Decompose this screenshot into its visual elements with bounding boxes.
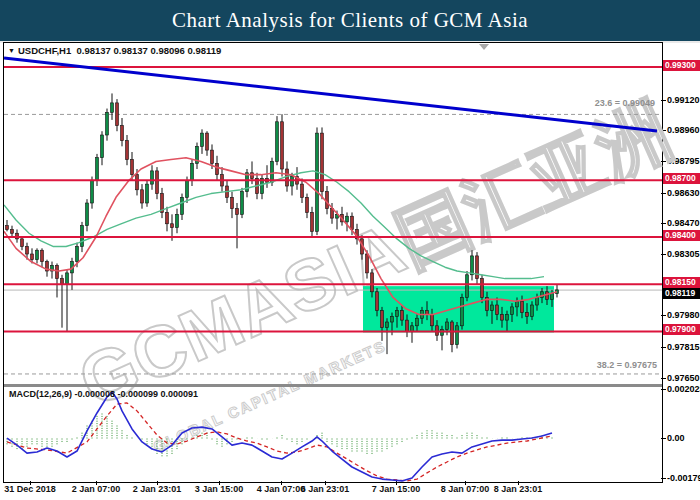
candle	[266, 165, 269, 188]
candle	[466, 271, 469, 301]
candle	[346, 212, 349, 231]
candle	[86, 199, 89, 231]
candle	[181, 194, 184, 220]
macd-indicator-chart[interactable]	[4, 387, 662, 482]
candle	[41, 248, 44, 267]
candle	[281, 114, 284, 176]
candle	[176, 209, 179, 234]
time-axis-label: 2 Jan 07:00	[61, 484, 131, 494]
candle	[36, 248, 39, 263]
candle	[196, 143, 199, 169]
price-axis-label: 0.97980	[667, 310, 700, 320]
macd-axis-label: -0.00179	[667, 473, 700, 483]
candle	[56, 263, 59, 297]
candle	[61, 275, 64, 328]
candle	[451, 320, 454, 352]
descending-trendline[interactable]	[4, 58, 657, 131]
macd-axis-label: 0.00	[667, 433, 685, 443]
candle	[341, 207, 344, 226]
time-axis-label: 31 Dec 2018	[0, 484, 65, 494]
time-axis-label: 8 Jan 23:01	[483, 484, 553, 494]
level-price-badge: 0.98150	[663, 277, 700, 288]
candle	[236, 203, 239, 248]
title-bar: Chart Analysis for Clients of GCM Asia	[0, 0, 700, 43]
candle	[306, 194, 309, 219]
symbol-ohlc-text: USDCHF,H1 0.98137 0.98137 0.98096 0.9811…	[18, 45, 221, 56]
chevron-down-icon[interactable]: ▼	[8, 47, 15, 54]
candle	[386, 318, 389, 354]
level-price-badge: 0.98400	[663, 230, 700, 241]
ma-slow-line	[4, 171, 544, 279]
candle	[231, 192, 234, 218]
mt4-chart-window: Chart Analysis for Clients of GCM Asia G…	[0, 0, 700, 500]
candle	[311, 207, 314, 237]
candle	[116, 99, 119, 131]
price-axis-label: 0.98470	[667, 218, 700, 228]
candle	[101, 131, 104, 165]
scroll-marker-icon[interactable]	[479, 44, 489, 50]
main-price-chart[interactable]	[4, 43, 662, 384]
price-axis-label: 0.99120	[667, 95, 700, 105]
macd-main-line	[7, 392, 552, 481]
candle	[66, 269, 69, 331]
time-axis-label: 3 Jan 15:00	[184, 484, 254, 494]
price-axis-label: 0.98305	[667, 249, 700, 259]
candle	[21, 237, 24, 250]
fib-level-label: 38.2 = 0.97675	[547, 360, 657, 370]
level-price-badge: 0.97900	[663, 324, 700, 335]
page-title: Chart Analysis for Clients of GCM Asia	[172, 8, 528, 33]
candle	[276, 116, 279, 165]
candle	[106, 109, 109, 141]
candle	[461, 294, 464, 330]
macd-axis-label: 0.002023	[667, 384, 700, 394]
time-axis-label: 2 Jan 23:01	[122, 484, 192, 494]
candle	[121, 118, 124, 146]
price-axis-label: 0.98630	[667, 188, 700, 198]
candle	[166, 207, 169, 232]
candle	[476, 252, 479, 284]
candle	[151, 165, 154, 190]
time-axis-label: 6 Jan 23:01	[290, 484, 360, 494]
candle	[91, 177, 94, 209]
candle	[556, 284, 559, 297]
candle	[146, 180, 149, 206]
candle	[141, 184, 144, 209]
candle	[201, 129, 204, 154]
candle	[46, 260, 49, 277]
macd-signal-line	[7, 403, 552, 481]
candle	[246, 169, 249, 197]
panel-separator[interactable]	[4, 384, 662, 387]
candle	[6, 220, 9, 231]
candle	[456, 322, 459, 348]
candle	[161, 188, 164, 218]
candle	[111, 93, 114, 119]
candle	[441, 326, 444, 351]
macd-indicator-label: MACD(12,26,9) -0.000008 -0.000099 0.0000…	[9, 389, 198, 399]
candle	[191, 160, 194, 186]
price-axis-label: 0.97815	[667, 342, 700, 352]
level-price-badge: 0.99300	[663, 60, 700, 71]
candle	[241, 188, 244, 218]
candle	[381, 307, 384, 341]
time-axis-label: 7 Jan 15:00	[361, 484, 431, 494]
chart-panel[interactable]: GCMASIA国汇亚洲 GLOBAL CAPITAL MARKETS ▼USDC…	[3, 42, 663, 483]
candle	[11, 226, 14, 237]
price-axis-label: 0.98960	[667, 125, 700, 135]
candle	[126, 135, 129, 165]
candle	[471, 250, 474, 280]
candle	[156, 167, 159, 199]
symbol-ohlc-header: ▼USDCHF,H1 0.98137 0.98137 0.98096 0.981…	[8, 45, 221, 56]
fib-level-label: 23.6 = 0.99049	[545, 98, 655, 108]
price-axis-label: 0.97650	[667, 373, 700, 383]
candle	[206, 131, 209, 156]
candle	[321, 127, 324, 199]
candle	[301, 178, 304, 203]
current-price-badge: 0.98119	[663, 288, 700, 299]
candle	[261, 175, 264, 200]
